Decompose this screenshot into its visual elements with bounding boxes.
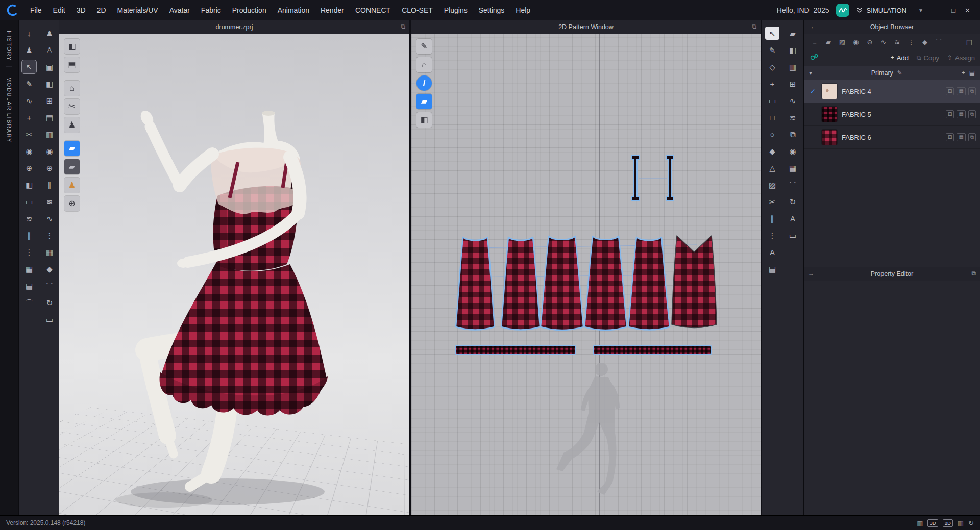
pattern-panel[interactable] (541, 236, 583, 330)
edit-curve-icon[interactable]: ∿ (22, 94, 36, 107)
add-section-icon[interactable]: + (962, 69, 965, 77)
uv-tab-icon[interactable]: ▤ (963, 36, 976, 48)
pen-tool-icon[interactable]: ✎ (22, 77, 36, 90)
pattern-panel[interactable] (501, 237, 540, 330)
bounding-volume-icon[interactable]: ◧ (42, 77, 57, 90)
mannequin[interactable] (138, 109, 328, 487)
zipper-icon[interactable]: ⋮ (42, 229, 57, 242)
clo-set-icon[interactable] (836, 4, 849, 17)
add-arrangement-icon[interactable]: ⊞ (42, 94, 57, 107)
pattern-outline-icon[interactable]: ◧ (416, 112, 432, 128)
menu-item-avatar[interactable]: Avatar (164, 4, 195, 17)
folder-icon[interactable]: ▤ (969, 69, 975, 77)
cut-sew-icon[interactable]: ✂ (765, 195, 779, 208)
popout-window-icon[interactable]: ⧉ (971, 270, 976, 277)
tack-tool-icon[interactable]: ⊕ (22, 161, 36, 174)
buttonhole-tab-icon[interactable]: ⊖ (863, 36, 876, 48)
clo-logo-icon[interactable] (6, 4, 19, 17)
fabric-row[interactable]: FABRIC 5⊞▦⧉ (804, 103, 980, 126)
pleat-tool-icon[interactable]: ⌒ (786, 178, 800, 191)
menu-item-animation[interactable]: Animation (272, 4, 315, 17)
zipper-tool-icon[interactable]: ⋮ (22, 245, 36, 259)
pin-tool-icon[interactable]: ◉ (22, 144, 36, 158)
avatar-view-icon[interactable]: ♟ (64, 117, 80, 133)
info-icon[interactable]: i (416, 75, 432, 91)
sewing-tool-icon[interactable]: ∥ (22, 229, 36, 242)
grid-view-icon[interactable]: ▦ (958, 519, 964, 527)
sidebar-tab-history[interactable]: HISTORY (6, 26, 12, 67)
pattern-pieces[interactable] (411, 34, 761, 515)
trace-tool-icon[interactable]: ▨ (765, 178, 779, 191)
menu-item-2d[interactable]: 2D (91, 4, 112, 17)
pattern-panel[interactable] (628, 237, 670, 330)
edit-point-icon[interactable]: ◇ (765, 60, 779, 73)
puckering-2d-icon[interactable]: ≋ (786, 111, 800, 124)
menu-item-settings[interactable]: Settings (473, 4, 510, 17)
refresh-icon[interactable]: ↻ (42, 296, 57, 309)
mannequin-scene[interactable] (59, 34, 409, 515)
fabric-strip-icon[interactable]: ▰ (786, 27, 800, 40)
menu-item-file[interactable]: File (24, 4, 47, 17)
dart-tool-icon[interactable]: ◆ (765, 144, 779, 158)
popout-window-icon[interactable]: ⧉ (752, 23, 756, 30)
rectangle-tool-icon[interactable]: □ (765, 111, 779, 124)
minimize-button[interactable]: – (935, 6, 946, 15)
colorway-grid-icon[interactable]: ▦ (957, 87, 965, 95)
pin-icon[interactable]: ⊕ (42, 161, 57, 174)
import-icon[interactable]: ↓ (22, 27, 36, 40)
link-colorway-icon[interactable] (809, 53, 819, 63)
collapse-panel-icon[interactable]: → (808, 23, 814, 30)
render-style-icon[interactable]: ◧ (64, 39, 80, 54)
sync-icon[interactable]: ↻ (968, 519, 974, 527)
menu-item-connect[interactable]: CONNECT (350, 4, 396, 17)
dress-skirt[interactable] (161, 262, 327, 397)
texture-icon[interactable]: ▥ (42, 128, 57, 141)
dress-panels[interactable] (456, 236, 670, 330)
add-colorway-icon[interactable]: ⊞ (946, 87, 954, 95)
transform-pattern-icon[interactable]: ↖ (765, 27, 779, 40)
fabric-tab-icon[interactable]: ▰ (822, 36, 835, 48)
texture-editor-icon[interactable]: ▥ (786, 60, 800, 73)
menu-item-render[interactable]: Render (315, 4, 350, 17)
menu-item-clo-set[interactable]: CLO-SET (396, 4, 438, 17)
puckering-icon[interactable]: ≋ (42, 195, 57, 208)
add-pattern-icon[interactable]: ⊞ (786, 77, 800, 90)
strap-piece[interactable] (632, 155, 639, 201)
band-tool-icon[interactable]: ▭ (786, 229, 800, 242)
copy-pattern-icon[interactable]: ⧉ (786, 128, 800, 141)
dress[interactable] (160, 186, 328, 416)
fabric-view-off-icon[interactable]: ▰ (64, 159, 80, 174)
fabric-row[interactable]: ✓FABRIC 4⊞▦⧉ (804, 80, 980, 103)
colorway-section-header[interactable]: ▾ Primary ✎ + ▤ (804, 66, 980, 80)
pattern-panel[interactable] (584, 236, 627, 330)
refresh-2d-icon[interactable]: ↻ (786, 195, 800, 208)
menu-item-fabric[interactable]: Fabric (195, 4, 227, 17)
fabric-2d-view-icon[interactable]: ▰ (416, 94, 432, 109)
reset-2d-view-icon[interactable]: ⌂ (416, 57, 432, 72)
measure-tool-icon[interactable]: ▭ (22, 195, 36, 208)
popout-window-icon[interactable]: ⧉ (401, 23, 405, 30)
maximize-button[interactable]: □ (948, 6, 959, 15)
circle-tool-icon[interactable]: ○ (765, 128, 779, 141)
button-icon[interactable]: ◉ (42, 144, 57, 158)
topstitch-tab-icon[interactable]: ∿ (877, 36, 890, 48)
graphic-tab-icon[interactable]: ▨ (836, 36, 849, 48)
toggle-2d-button[interactable]: 2D (943, 519, 953, 527)
curve-ruler-icon[interactable]: ⌒ (22, 296, 36, 309)
reset-view-icon[interactable]: ⌂ (64, 81, 80, 96)
add-colorway-icon[interactable]: ⊞ (946, 133, 954, 141)
grid-2d-icon[interactable]: ▦ (786, 161, 800, 174)
button-2d-icon[interactable]: ◉ (786, 144, 800, 158)
fold-tool-icon[interactable]: ◧ (22, 178, 36, 191)
add-fabric-button[interactable]: +Add (891, 54, 909, 62)
pattern-panel[interactable] (456, 237, 495, 330)
menu-item-production[interactable]: Production (227, 4, 272, 17)
puckering-tab-icon[interactable]: ≋ (891, 36, 904, 48)
toggle-3d-button[interactable]: 3D (927, 519, 938, 527)
collapse-panel-icon[interactable]: → (808, 270, 814, 277)
grading-icon[interactable]: ▤ (765, 262, 779, 275)
environment-icon[interactable]: ⊕ (64, 196, 80, 211)
colorway-grid-icon[interactable]: ▦ (957, 110, 965, 118)
add-point-2d-icon[interactable]: + (765, 77, 779, 90)
sewing-view-icon[interactable]: ✂ (64, 99, 80, 114)
